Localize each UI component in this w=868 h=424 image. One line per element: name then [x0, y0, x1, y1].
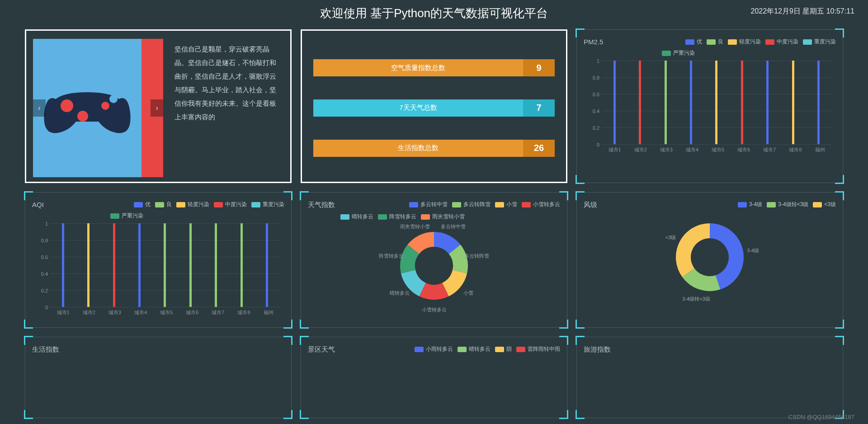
wind-level-chart[interactable]: 3-4级3-4级转<3级<3级 [584, 212, 836, 302]
legend-item[interactable]: 阴 [495, 345, 512, 353]
svg-point-2 [109, 95, 118, 103]
x-tick: 城市1 [609, 146, 621, 155]
aqi-panel: AQI 优良轻度污染中度污染重度污染严重污染 00.20.40.60.81城市1… [25, 192, 292, 328]
header: 欢迎使用 基于Python的天气数据可视化平台 2022年12月9日 星期五 1… [0, 0, 868, 23]
chart-title: 天气指数 [308, 201, 335, 209]
x-tick: 福州 [815, 146, 825, 155]
legend-item[interactable]: 晴转多云 [340, 213, 373, 221]
carousel-prev-button[interactable]: ‹ [33, 99, 46, 117]
legend-item[interactable]: 优 [134, 201, 151, 208]
chart-title: 旅游指数 [584, 345, 611, 354]
bar[interactable] [87, 223, 90, 307]
stat-value: 7 [523, 99, 555, 117]
bar[interactable] [613, 61, 616, 144]
x-tick: 城市3 [108, 309, 121, 318]
bar[interactable] [138, 223, 141, 307]
pie-label: 3-4级 [747, 247, 759, 254]
chart-title: 风级 [584, 201, 597, 209]
legend-item[interactable]: 重度污染 [803, 38, 836, 46]
scenic-weather-panel: 景区天气 小雨转多云晴转多云阴雷阵雨转中雨 [301, 337, 567, 418]
x-tick: 城市3 [660, 146, 673, 155]
watermark: CSDN @QQ1694456187 [788, 414, 854, 420]
x-tick: 城市7 [763, 146, 776, 155]
legend-item[interactable]: 阵雪转多云 [378, 213, 416, 221]
carousel-text: 坚信自己是颗星，穿云破雾亮晶晶。坚信自己是燧石，不怕敲打和曲折，坚信自己是人才，… [172, 39, 283, 177]
datetime-display: 2022年12月9日 星期五 10:57:11 [751, 7, 854, 16]
x-tick: 城市6 [737, 146, 750, 155]
pm25-panel: PM2.5 优良轻度污染中度污染重度污染严重污染 00.20.40.60.81城… [576, 29, 843, 183]
bar[interactable] [715, 61, 717, 144]
legend-item[interactable]: 轻度污染 [728, 38, 761, 46]
x-tick: 城市1 [57, 309, 70, 318]
bar[interactable] [741, 61, 743, 144]
bar[interactable] [266, 223, 268, 307]
legend-item[interactable]: 严重污染 [110, 212, 143, 220]
legend-item[interactable]: 小雨转多云 [415, 345, 453, 353]
bar[interactable] [62, 223, 64, 307]
carousel-next-button[interactable]: › [151, 99, 163, 117]
legend-item[interactable]: 重度污染 [251, 201, 284, 208]
legend-item[interactable]: 雷阵雨转中雨 [516, 345, 560, 353]
bar[interactable] [639, 61, 641, 144]
stat-label: 生活指数总数 [313, 140, 523, 157]
legend-item[interactable]: 小雪 [495, 201, 517, 208]
x-tick: 城市5 [712, 146, 724, 155]
bar[interactable] [690, 61, 692, 144]
bar[interactable] [241, 223, 243, 307]
pie-slice[interactable] [676, 223, 710, 277]
x-tick: 福州 [264, 309, 274, 318]
legend-item[interactable]: 小雪转多云 [522, 201, 560, 208]
pie-label: 晴转多云 [390, 290, 410, 297]
legend-item[interactable]: 中度污染 [214, 201, 247, 208]
stat-value: 9 [523, 59, 555, 76]
bar[interactable] [113, 223, 115, 307]
travel-index-panel: 旅游指数 [576, 337, 843, 418]
x-tick: 城市8 [237, 309, 250, 318]
bar[interactable] [766, 61, 769, 144]
legend-item[interactable]: 3-4级转<3级 [767, 201, 808, 208]
stat-label: 空气质量指数总数 [313, 59, 523, 76]
pie-label: 雨夹雪转小雪 [400, 223, 430, 230]
x-tick: 城市4 [686, 146, 698, 155]
pie-label: 小雪 [463, 290, 473, 297]
legend-item[interactable]: 良 [155, 201, 172, 208]
legend-item[interactable]: 优 [685, 38, 702, 46]
legend-item[interactable]: 良 [707, 38, 723, 46]
svg-point-1 [101, 102, 109, 110]
bar[interactable] [215, 223, 217, 307]
legend-item[interactable]: 多云转中雪 [409, 201, 448, 208]
bar[interactable] [792, 61, 794, 144]
legend-item[interactable]: 晴转多云 [458, 345, 491, 353]
x-tick: 城市5 [160, 309, 173, 318]
bar[interactable] [164, 223, 166, 307]
legend-item[interactable]: 3-4级 [738, 201, 762, 208]
stats-panel: 空气质量指数总数97天天气总数7生活指数总数26 [301, 29, 567, 183]
pie-label: 阵雪转多云 [379, 253, 404, 259]
x-tick: 城市7 [212, 309, 224, 318]
pie-label: 多云转中雪 [441, 223, 466, 230]
legend-item[interactable]: 雨夹雪转小雪 [421, 213, 465, 221]
svg-point-0 [61, 99, 73, 112]
wind-level-panel: 风级 3-4级3-4级转<3级<3级 3-4级3-4级转<3级<3级 [576, 192, 843, 328]
bar[interactable] [817, 61, 820, 144]
stat-label: 7天天气总数 [313, 99, 523, 117]
legend-item[interactable]: 严重污染 [662, 49, 695, 57]
aqi-chart[interactable]: 00.20.40.60.81城市1城市2城市3城市4城市5城市6城市7城市8福州 [32, 223, 284, 318]
x-tick: 城市2 [83, 309, 95, 318]
legend-item[interactable]: 多云转阵雪 [452, 201, 491, 208]
page-title: 欢迎使用 基于Python的天气数据可视化平台 [0, 5, 868, 21]
legend-item[interactable]: 轻度污染 [176, 201, 209, 208]
weather-index-chart[interactable]: 多云转中雪多云转阵雪小雪小雪转多云晴转多云阵雪转多云雨夹雪转小雪 [308, 221, 560, 311]
carousel-panel: ‹ › 坚信自己是颗星，穿云破雾亮晶晶。坚信自己是燧石，不怕敲打和曲折，坚信自己… [25, 29, 292, 183]
bar[interactable] [189, 223, 192, 307]
chart-title: AQI [32, 201, 44, 208]
stat-row: 7天天气总数7 [313, 99, 555, 117]
chart-title: 景区天气 [308, 345, 335, 354]
pie-label: 小雪转多云 [422, 306, 447, 313]
carousel-image: ‹ › [33, 39, 163, 177]
x-tick: 城市8 [789, 146, 802, 155]
pm25-chart[interactable]: 00.20.40.60.81城市1城市2城市3城市4城市5城市6城市7城市8福州 [584, 61, 836, 155]
legend-item[interactable]: <3级 [813, 201, 836, 208]
bar[interactable] [665, 61, 667, 144]
legend-item[interactable]: 中度污染 [765, 38, 798, 46]
